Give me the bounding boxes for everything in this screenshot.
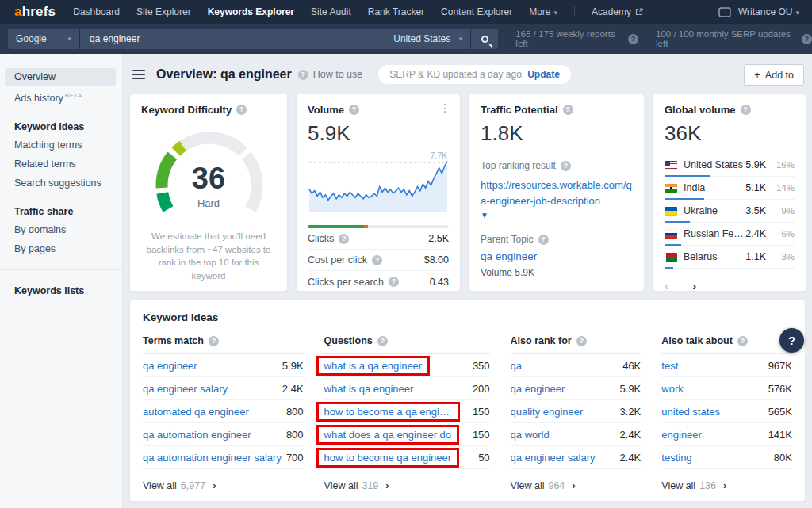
- cps-label-text: Clicks per search: [308, 277, 384, 288]
- help-fab-button[interactable]: ?: [779, 328, 804, 353]
- keyword-link[interactable]: qa automation engineer: [143, 429, 282, 441]
- sidebar-header-traffic-share: Traffic share: [5, 204, 116, 220]
- sidebar-item-search-suggestions[interactable]: Search suggestions: [5, 174, 116, 192]
- keyword-link[interactable]: work: [661, 383, 763, 395]
- sidebar-item-by-pages[interactable]: By pages: [5, 240, 116, 258]
- help-icon[interactable]: [349, 105, 359, 115]
- keyword-link[interactable]: united states: [661, 406, 763, 418]
- country-row-united-states[interactable]: United States 5.9K 16%: [665, 154, 795, 177]
- keyword-link[interactable]: what is qa engineer: [324, 383, 468, 395]
- help-icon[interactable]: [628, 34, 638, 44]
- nav-dashboard[interactable]: Dashboard: [73, 6, 120, 17]
- view-all-link[interactable]: View all136›: [661, 479, 792, 491]
- nav-rank-tracker[interactable]: Rank Tracker: [368, 6, 424, 17]
- gv-title-text: Global volume: [665, 104, 736, 116]
- sidebar-header-keywords-lists[interactable]: Keywords lists: [5, 283, 116, 299]
- next-page-icon[interactable]: ›: [692, 279, 696, 292]
- help-icon[interactable]: [538, 235, 549, 245]
- help-icon[interactable]: [561, 161, 571, 171]
- country-volume: 5.1K: [745, 182, 766, 193]
- cps-label: Clicks per search: [308, 277, 399, 288]
- keyword-link[interactable]: engineer: [661, 429, 763, 441]
- top-ranking-url-link[interactable]: https://resources.workable.com/qa-engine…: [481, 178, 633, 208]
- parent-topic-label-text: Parent Topic: [481, 234, 534, 245]
- keyword-link[interactable]: qa engineer: [511, 383, 615, 395]
- us-flag-icon: [665, 161, 677, 170]
- sidebar-item-ads-history[interactable]: Ads historyBETA: [5, 87, 116, 107]
- collapse-sidebar-icon[interactable]: [132, 70, 145, 79]
- country-select[interactable]: United States ▾: [385, 29, 470, 49]
- nav-content-explorer[interactable]: Content Explorer: [441, 6, 512, 17]
- how-to-use-link[interactable]: How to use: [313, 69, 363, 80]
- keyword-link-highlighted[interactable]: how to become qa engineer: [316, 448, 459, 468]
- keyword-link[interactable]: qa world: [511, 429, 615, 441]
- sidebar-item-related-terms[interactable]: Related terms: [5, 155, 116, 173]
- keyword-link-highlighted[interactable]: what is a qa engineer: [316, 356, 431, 376]
- keyword-link[interactable]: quality engineer: [511, 406, 615, 418]
- keyword-link[interactable]: test: [661, 360, 763, 372]
- help-icon[interactable]: [298, 70, 308, 80]
- view-all-link[interactable]: View all964›: [511, 479, 642, 491]
- view-all-link[interactable]: View all319›: [324, 479, 490, 491]
- nav-academy[interactable]: Academy: [592, 6, 643, 17]
- keyword-volume: 141K: [768, 429, 792, 441]
- help-icon[interactable]: [377, 336, 388, 346]
- country-row-russian-federation[interactable]: Russian Federation 2.4K 6%: [665, 223, 795, 246]
- theme-toggle-icon[interactable]: [718, 7, 731, 17]
- add-to-button[interactable]: +Add to: [744, 64, 804, 86]
- keyword-row: qa engineer5.9K: [143, 354, 304, 377]
- kebab-menu-icon[interactable]: ⋮: [439, 104, 450, 112]
- keyword-link[interactable]: qa: [511, 360, 619, 372]
- help-icon[interactable]: [576, 336, 587, 346]
- keyword-link[interactable]: qa automation engineer salary: [143, 452, 282, 464]
- help-icon[interactable]: [236, 105, 247, 115]
- keyword-link-highlighted[interactable]: what does a qa engineer do: [316, 425, 459, 445]
- account-label: Writance OU: [738, 6, 792, 17]
- help-icon[interactable]: [802, 34, 812, 44]
- search-button[interactable]: [471, 29, 498, 49]
- india-flag-icon: [665, 184, 677, 193]
- sidebar-item-matching-terms[interactable]: Matching terms: [5, 136, 116, 154]
- help-icon[interactable]: [563, 105, 573, 115]
- nav-site-explorer[interactable]: Site Explorer: [136, 6, 191, 17]
- chevron-right-icon: ›: [385, 479, 389, 491]
- logo-a: a: [14, 4, 22, 19]
- sidebar-item-by-domains[interactable]: By domains: [5, 221, 116, 239]
- keyword-query-input[interactable]: [80, 29, 385, 49]
- help-icon[interactable]: [737, 336, 748, 346]
- keyword-link[interactable]: automated qa engineer: [143, 406, 282, 418]
- view-all-link[interactable]: View all6,977›: [143, 479, 304, 491]
- keyword-row: automated qa engineer800: [143, 400, 304, 423]
- expand-result-icon[interactable]: ▼: [481, 211, 633, 220]
- nav-site-audit[interactable]: Site Audit: [311, 6, 351, 17]
- keyword-link[interactable]: qa engineer salary: [143, 383, 278, 395]
- country-row-belarus[interactable]: Belarus 1.1K 3%: [665, 246, 795, 269]
- nav-keywords-explorer[interactable]: Keywords Explorer: [208, 6, 294, 17]
- help-icon[interactable]: [372, 255, 382, 265]
- keyword-link[interactable]: testing: [661, 452, 769, 464]
- search-engine-select[interactable]: Google ▾: [8, 29, 79, 49]
- nav-more[interactable]: More▾: [529, 6, 557, 17]
- country-row-ukraine[interactable]: Ukraine 3.5K 9%: [665, 200, 795, 223]
- help-icon[interactable]: [339, 234, 349, 244]
- keyword-volume: 800: [286, 406, 304, 418]
- keyword-row: qa engineer salary2.4K: [511, 446, 642, 469]
- update-link[interactable]: Update: [527, 69, 560, 80]
- help-icon[interactable]: [389, 277, 399, 287]
- keyword-volume: 576K: [768, 383, 792, 395]
- logo-rest: hrefs: [22, 4, 56, 19]
- column-header: Terms match: [143, 335, 304, 354]
- ahrefs-logo[interactable]: ahrefs: [14, 4, 56, 20]
- keyword-link[interactable]: qa engineer: [143, 360, 278, 372]
- help-icon[interactable]: [209, 336, 219, 346]
- keyword-link-highlighted[interactable]: how to become a qa engineer: [316, 402, 460, 422]
- account-menu[interactable]: Writance OU▾: [738, 6, 799, 17]
- country-value: United States: [393, 33, 450, 44]
- prev-page-icon[interactable]: ‹: [665, 279, 668, 292]
- parent-topic-link[interactable]: qa engineer: [481, 250, 537, 262]
- country-pager: ‹ ›: [665, 279, 795, 292]
- sidebar-item-overview[interactable]: Overview: [5, 68, 116, 86]
- help-icon[interactable]: [741, 105, 751, 115]
- country-row-india[interactable]: India 5.1K 14%: [665, 177, 795, 200]
- keyword-link[interactable]: qa engineer salary: [511, 452, 615, 464]
